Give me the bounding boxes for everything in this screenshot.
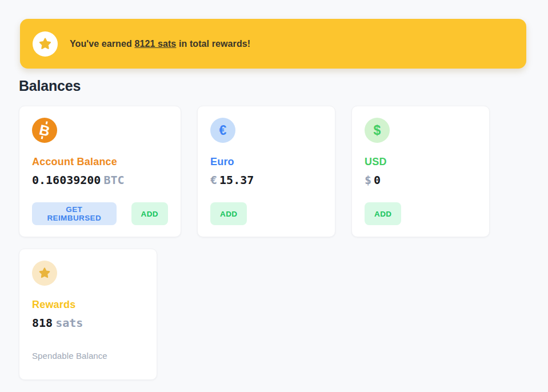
balance-cards: B Account Balance 0.16039200BTC GET REIM… <box>19 106 510 380</box>
balances-page: You've earned 8121 sats in total rewards… <box>0 19 548 392</box>
add-euro-button[interactable]: ADD <box>210 202 247 225</box>
card-euro: € Euro €15.37 ADD <box>197 106 335 237</box>
amount-unit: BTC <box>103 173 124 187</box>
amount-value: 15.37 <box>219 173 254 187</box>
banner-message: You've earned 8121 sats in total rewards… <box>70 39 250 49</box>
card-title-usd: USD <box>365 156 477 168</box>
usd-amount: $0 <box>365 173 477 187</box>
rewards-banner: You've earned 8121 sats in total rewards… <box>20 19 526 69</box>
star-icon <box>38 37 53 51</box>
get-reimbursed-button[interactable]: GET REIMBURSED <box>32 202 117 225</box>
banner-message-prefix: You've earned <box>70 39 134 49</box>
card-usd: $ USD $0 ADD <box>351 106 490 237</box>
banner-message-suffix: in total rewards! <box>176 39 250 49</box>
rewards-amount: 818sats <box>32 315 144 330</box>
euro-amount: €15.37 <box>210 173 322 187</box>
card-title-account-balance: Account Balance <box>32 156 168 168</box>
page-title: Balances <box>19 77 548 95</box>
account-balance-amount: 0.16039200BTC <box>32 173 168 187</box>
card-title-euro: Euro <box>210 156 322 168</box>
add-bitcoin-button[interactable]: ADD <box>131 202 168 225</box>
amount-value: 0 <box>374 173 381 187</box>
card-actions: ADD <box>210 202 322 225</box>
amount-value: 0.16039200 <box>32 173 101 187</box>
card-actions: GET REIMBURSED ADD <box>32 202 168 225</box>
card-rewards: Rewards 818sats Spendable Balance <box>19 249 157 380</box>
amount-value: 818 <box>32 316 53 330</box>
euro-icon: € <box>210 118 235 143</box>
amount-unit: sats <box>55 316 83 330</box>
card-account-balance: B Account Balance 0.16039200BTC GET REIM… <box>19 106 181 237</box>
card-actions: ADD <box>365 202 477 225</box>
card-title-rewards: Rewards <box>32 299 144 311</box>
bitcoin-icon: B <box>32 118 57 143</box>
amount-currency-symbol: € <box>210 173 217 187</box>
spendable-balance-note: Spendable Balance <box>32 351 144 361</box>
dollar-icon: $ <box>365 118 390 143</box>
amount-currency-symbol: $ <box>365 173 371 187</box>
rewards-total-link[interactable]: 8121 sats <box>134 39 176 49</box>
star-badge <box>33 31 58 57</box>
add-usd-button[interactable]: ADD <box>365 202 401 225</box>
star-icon <box>32 261 57 286</box>
